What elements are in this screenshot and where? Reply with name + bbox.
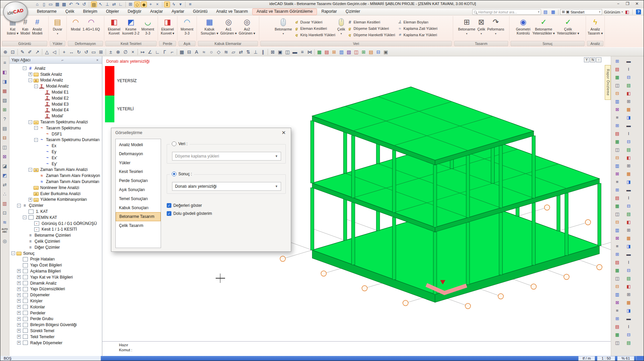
tree-item-modal-e3[interactable]: ΣModal E3: [9, 101, 102, 107]
ribbon-button-1-4g-1-6q[interactable]: ◠1.4G+1.6Q: [82, 16, 101, 41]
ribbon-button-analiz-modeli[interactable]: #AnalizModeli: [31, 16, 44, 41]
right-tool-icon-14[interactable]: ▦: [625, 171, 632, 178]
right-tool-icon-34[interactable]: ▦: [614, 332, 621, 339]
right-tool-icon-8[interactable]: ▬: [625, 122, 632, 130]
collapse-toggle[interactable]: -: [11, 251, 15, 255]
draw-tool-icon-45[interactable]: ≡: [299, 49, 306, 55]
right-tool-icon-15[interactable]: ◨: [625, 179, 632, 186]
save-icon[interactable]: ▦: [54, 1, 60, 7]
right-tool-icon-19[interactable]: ◫: [614, 211, 621, 218]
ribbon-button-as1-görünen[interactable]: ◎As1Görünen ▾: [219, 16, 238, 41]
draw-tool-icon-15[interactable]: ⊞: [97, 49, 105, 55]
right-tool-icon-8[interactable]: ⊞: [614, 122, 621, 130]
menu-analiz-ve-tasarım[interactable]: Analiz ve Tasarım: [212, 8, 252, 15]
side-tool-icon-7[interactable]: ▤: [1, 125, 8, 133]
tree-item-ex[interactable]: ~Ex: [9, 143, 102, 149]
tree-item-yapı-kat-ve-yük-bilgileri[interactable]: +Yapı Kat ve Yük Bilgileri: [9, 274, 102, 280]
right-tool-icon-24[interactable]: ▬: [625, 251, 632, 258]
quick-run-icon[interactable]: ϟ: [171, 1, 177, 7]
draw-tool-icon-44[interactable]: ▬: [291, 49, 299, 55]
right-tool-icon-22[interactable]: ⊠: [614, 235, 621, 242]
viz-category-aşık-sonuçları[interactable]: Aşık Sonuçları: [116, 185, 161, 194]
tree-item-kirişler[interactable]: +Kirişler: [9, 298, 102, 304]
draw-tool-icon-22[interactable]: ↦: [139, 49, 146, 55]
right-tool-icon-6[interactable]: ⊠: [614, 106, 621, 114]
expand-toggle[interactable]: +: [17, 287, 21, 291]
tree-item-görünüş-g1-g1-görünüşü[interactable]: ▪Görünüş G1 / G1 GÖRÜNÜŞÜ: [9, 221, 102, 227]
draw-tool-icon-43[interactable]: ◫: [284, 49, 291, 55]
draw-tool-icon-54[interactable]: ⊞: [360, 49, 367, 55]
draw-tool-icon-8[interactable]: ◁: [51, 49, 58, 55]
menu-betonarme[interactable]: Betonarme: [33, 8, 61, 15]
draw-tool-icon-50[interactable]: ⊞: [330, 49, 338, 55]
draw-tool-icon-13[interactable]: ↺: [83, 49, 90, 55]
veri-radio-row[interactable]: Veri :: [170, 141, 190, 146]
open-file-icon[interactable]: ▭: [48, 1, 54, 7]
tree-item-euler-burkulma-analizi[interactable]: 2Euler Burkulma Analizi: [9, 191, 102, 197]
expand-toggle[interactable]: +: [17, 269, 21, 273]
right-tool-icon-2[interactable]: ⊟: [625, 74, 632, 81]
expand-toggle[interactable]: +: [17, 305, 21, 309]
tree-item-zemi-n-kat[interactable]: -ZEMİN KAT: [9, 215, 102, 221]
right-tool-icon-23[interactable]: ◨: [625, 243, 632, 250]
close-panel-icon[interactable]: ×: [95, 58, 100, 62]
viz-category-yükler[interactable]: Yükler: [116, 159, 161, 168]
right-tool-icon-26[interactable]: ▦: [614, 267, 621, 275]
draw-tool-icon-1[interactable]: ⊡: [9, 49, 16, 55]
solid-body-checkbox[interactable]: ✓: [167, 211, 171, 216]
viz-category-kabuk-sonuçları[interactable]: Kabuk Sonuçları: [116, 203, 161, 213]
draw-tool-icon-41[interactable]: ⊠: [269, 49, 276, 55]
expand-toggle[interactable]: +: [17, 311, 21, 315]
menu-araçlar[interactable]: Araçlar: [146, 8, 167, 15]
collapse-toggle[interactable]: -: [34, 138, 38, 142]
right-tool-icon-34[interactable]: ⊟: [625, 332, 632, 339]
viz-category-çelik-tasarım[interactable]: Çelik Tasarım: [116, 221, 161, 230]
draw-tool-icon-38[interactable]: ⊥: [252, 49, 259, 55]
collapse-toggle[interactable]: -: [29, 120, 32, 124]
ribbon-button-modal[interactable]: ◠Modal: [70, 16, 82, 41]
tree-item-tasarım-spektrumu-durumları[interactable]: -~Tasarım Spektrumu Durumları: [9, 137, 102, 143]
view-menu[interactable]: Görünüm ▾: [604, 10, 623, 14]
tree-item-analiz[interactable]: -#Analiz: [9, 65, 102, 71]
side-tool-icon-5[interactable]: ⊞: [1, 106, 8, 114]
ribbon-item-eleman-kesitleri[interactable]: gEleman Kesitleri: [294, 25, 335, 32]
snap-intersect-icon[interactable]: ×: [154, 1, 160, 7]
side-tool-icon-3[interactable]: ▦: [1, 87, 8, 95]
expand-toggle[interactable]: +: [29, 72, 32, 76]
viz-category-deformasyon[interactable]: Deformasyon: [116, 149, 161, 159]
view-up-button[interactable]: ↑: [596, 57, 601, 62]
draw-tool-icon-25[interactable]: Γ: [161, 49, 168, 55]
command-line-area[interactable]: Hazır Komut :: [102, 341, 611, 356]
expand-toggle[interactable]: +: [17, 335, 21, 339]
menu-çizimler[interactable]: Çizimler: [341, 8, 364, 15]
right-tool-icon-4[interactable]: ◧: [625, 90, 632, 98]
draw-tool-icon-10[interactable]: +: [60, 49, 68, 55]
expand-toggle[interactable]: +: [17, 317, 21, 321]
draw-tool-icon-5[interactable]: ↗: [34, 49, 41, 55]
draw-tool-icon-52[interactable]: ▧: [345, 49, 353, 55]
view-y-button[interactable]: Y: [584, 57, 589, 62]
right-tool-icon-19[interactable]: ▤: [625, 211, 632, 218]
expand-toggle[interactable]: +: [17, 329, 21, 333]
draw-tool-icon-46[interactable]: ⋈: [306, 49, 313, 55]
draw-tool-icon-17[interactable]: ±: [107, 49, 114, 55]
veri-select[interactable]: Döşeme kaplama yükleri ▼: [172, 152, 281, 161]
draw-tool-icon-26[interactable]: ⌐: [168, 49, 176, 55]
view-n-button[interactable]: N: [590, 57, 595, 62]
revert-icon[interactable]: ↺: [81, 1, 87, 7]
ribbon-button-eksenel-kuvvet[interactable]: ◧EksenelKuvvet: [107, 16, 121, 41]
tree-item-perdeler[interactable]: +Perdeler: [9, 310, 102, 316]
ribbon-button-geometri-kontrolü[interactable]: ◉GeometriKontrolü: [515, 16, 531, 41]
collapse-toggle[interactable]: -: [23, 66, 26, 70]
veri-radio[interactable]: [172, 141, 176, 146]
right-tool-icon-15[interactable]: ≡: [614, 179, 621, 186]
collapse-toggle[interactable]: -: [23, 216, 26, 219]
ribbon-button-analiz-tasarım[interactable]: ϟAnalizTasarım ▾: [587, 16, 604, 41]
show-values-checkbox-row[interactable]: ✓ Değerleri göster: [167, 203, 202, 208]
ribbon-button-kabuk-sonuçları[interactable]: ▦KabukSonuçları ▾: [200, 16, 219, 41]
right-tool-icon-18[interactable]: ⊟: [625, 203, 632, 210]
ribbon-button-çelik-yetersizlikler[interactable]: ✓ÇelikYetersizlikler ▾: [556, 16, 580, 41]
tree-item-zaman-tanım-alanı-analizi[interactable]: -≈Zaman Tanım Alanı Analizi: [9, 167, 102, 173]
collapse-toggle[interactable]: -: [34, 126, 38, 130]
tree-item-tasarım-spektrumu[interactable]: -~Tasarım Spektrumu: [9, 125, 102, 131]
